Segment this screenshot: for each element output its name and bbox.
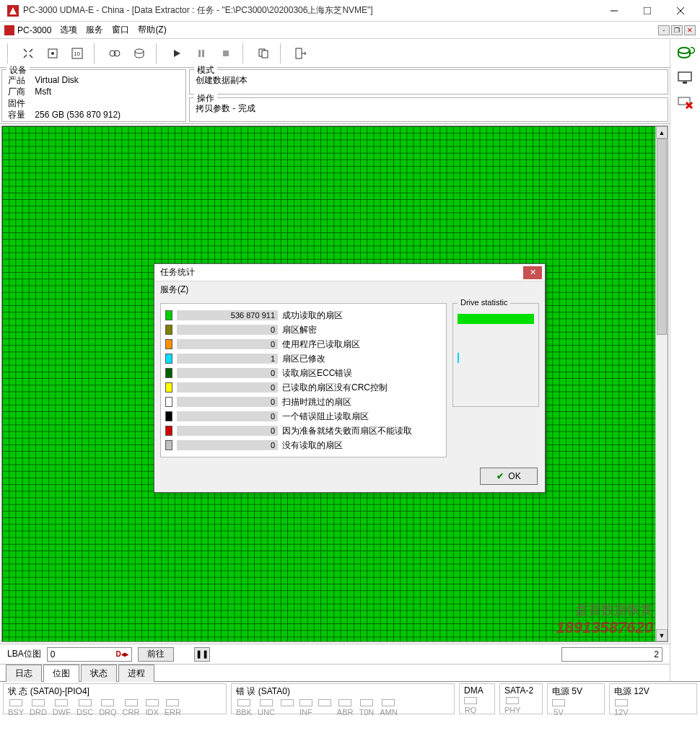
led-indicator: IDX [145, 699, 158, 716]
scroll-thumb[interactable] [657, 139, 667, 335]
window-title: PC-3000 UDMA-E - China - [Data Extractor… [23, 4, 598, 17]
menu-help[interactable]: 帮助(Z) [138, 24, 166, 36]
led-indicator: INF [299, 699, 312, 716]
lba-input[interactable]: 0 D◂▸ [47, 647, 132, 662]
stat-label: 因为准备就绪失败而扇区不能读取 [282, 425, 412, 437]
color-swatch [165, 426, 172, 436]
brand-menu[interactable]: PC-3000 [4, 25, 51, 35]
svg-point-7 [51, 52, 54, 55]
led-indicator: DSC [76, 699, 93, 716]
pause-button[interactable] [191, 43, 212, 64]
stat-row: 0 因为准备就绪失败而扇区不能读取 [165, 424, 442, 438]
counter-display: 2 [561, 647, 662, 662]
mdi-restore[interactable]: ❐ [671, 25, 683, 35]
sidebar-right [670, 39, 700, 681]
ok-button[interactable]: ✔OK [480, 468, 538, 485]
menubar: PC-3000 选项 服务 窗口 帮助(Z) ‐ ❐ ✕ [0, 22, 700, 39]
stat-row: 0 扇区解密 [165, 323, 442, 337]
stat-label: 读取扇区ECC错误 [282, 367, 352, 380]
status-group-dma: DMA RQ [459, 683, 495, 714]
stat-bar: 536 870 911 [177, 310, 278, 320]
stat-row: 0 读取扇区ECC错误 [165, 366, 442, 380]
led-indicator: AMN [380, 699, 397, 716]
stat-row: 0 没有读取的扇区 [165, 438, 442, 452]
tools-icon[interactable] [17, 43, 39, 64]
color-swatch [165, 440, 172, 450]
disk-refresh-icon[interactable] [676, 43, 695, 62]
stat-label: 没有读取的扇区 [282, 439, 343, 452]
led-indicator: DRD [30, 699, 47, 716]
stat-bar: 0 [177, 426, 278, 436]
stat-label: 已读取的扇区没有CRC控制 [282, 382, 388, 394]
mdi-close[interactable]: ✕ [684, 25, 696, 35]
stat-label: 一个错误阻止读取扇区 [282, 411, 369, 423]
color-swatch [165, 368, 172, 378]
exit-icon[interactable] [290, 43, 312, 64]
tab-status[interactable]: 状态 [81, 665, 117, 682]
play-button[interactable] [166, 43, 188, 64]
mdi-minimize[interactable]: ‐ [658, 25, 670, 35]
dialog-close-button[interactable]: ✕ [523, 266, 542, 279]
stat-bar: 1 [177, 354, 278, 364]
svg-point-11 [114, 51, 120, 56]
color-swatch [165, 339, 172, 349]
titlebar: PC-3000 UDMA-E - China - [Data Extractor… [0, 0, 700, 22]
svg-rect-15 [223, 51, 229, 56]
close-button[interactable] [664, 0, 697, 22]
binoculars-icon[interactable] [104, 43, 126, 64]
scroll-down-icon[interactable]: ▼ [656, 629, 668, 641]
led-indicator [281, 699, 294, 716]
led-indicator: DRQ [99, 699, 116, 716]
stat-bar: 0 [177, 440, 278, 450]
status-group-sata2: SATA-2 PHY [499, 683, 543, 714]
svg-rect-21 [683, 82, 687, 84]
menu-window[interactable]: 窗口 [112, 24, 129, 36]
svg-rect-17 [262, 51, 268, 58]
drive-stat-tick [458, 353, 459, 363]
svg-rect-13 [198, 50, 201, 57]
stat-bar: 0 [177, 382, 278, 393]
led-indicator: PHY [504, 697, 521, 714]
hex-icon[interactable]: 10 [66, 43, 88, 64]
pause-nav-button[interactable]: ❚❚ [194, 647, 210, 662]
stat-bar: 0 [177, 339, 278, 349]
svg-text:10: 10 [74, 51, 80, 57]
led-indicator: UNC [258, 699, 275, 716]
maximize-button[interactable] [631, 0, 664, 22]
menu-service[interactable]: 服务 [86, 24, 103, 36]
vertical-scrollbar[interactable]: ▲ ▼ [655, 126, 668, 641]
chip-icon[interactable] [42, 43, 64, 64]
stop-button[interactable] [215, 43, 237, 64]
disk-icon[interactable] [128, 43, 150, 64]
delete-icon[interactable] [676, 95, 695, 110]
status-group-state: 状 态 (SATA0)-[PIO4] BSYDRDDWFDSCDRQCRRIDX… [3, 683, 227, 714]
app-icon [7, 5, 19, 17]
led-indicator: CRR [123, 699, 140, 716]
stat-label: 扇区已修改 [282, 353, 325, 365]
svg-rect-5 [4, 25, 14, 35]
led-indicator: DWF [53, 699, 71, 716]
nav-row: LBA位图 0 D◂▸ 前往 ❚❚ 2 [0, 644, 670, 664]
monitor-icon[interactable] [676, 69, 695, 88]
go-button[interactable]: 前往 [138, 647, 174, 662]
info-row: 设备 产品 Virtual Disk 厂商 Msft 固件 容量 256 GB … [0, 68, 670, 124]
tab-log[interactable]: 日志 [6, 665, 42, 682]
operation-panel: 操作 拷贝参数 - 完成 [189, 97, 668, 123]
minimize-button[interactable] [598, 0, 631, 22]
copy-icon[interactable] [253, 43, 274, 64]
menu-options[interactable]: 选项 [60, 24, 77, 36]
stat-row: 0 使用程序已读取扇区 [165, 337, 442, 351]
led-indicator: BSY [8, 699, 24, 716]
scroll-up-icon[interactable]: ▲ [656, 126, 668, 139]
color-swatch [165, 411, 172, 421]
status-group-5v: 电源 5V 5V [547, 683, 605, 714]
stat-label: 扫描时跳过的扇区 [282, 396, 351, 408]
svg-rect-14 [202, 50, 204, 57]
stat-label: 成功读取的扇区 [282, 310, 343, 322]
dialog-menu[interactable]: 服务(Z) [154, 281, 545, 297]
tab-bitmap[interactable]: 位图 [43, 665, 79, 682]
stat-label: 扇区解密 [282, 324, 317, 336]
led-indicator: BBK [236, 699, 252, 716]
dialog-titlebar[interactable]: 任务统计 ✕ [154, 264, 545, 281]
tab-process[interactable]: 进程 [118, 665, 154, 682]
